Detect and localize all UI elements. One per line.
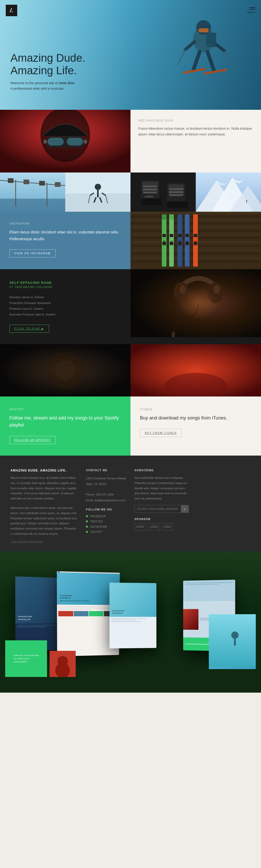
svg-rect-112: [209, 614, 256, 666]
streaming-section: SPOTIFY Follow me, stream and add my son…: [0, 397, 261, 456]
social-spotify-label: SPOTIFY: [90, 530, 102, 533]
svg-rect-87: [162, 242, 166, 245]
about-section: SED FAUCIBUS QUIS Fusce bibendum luctus …: [0, 110, 261, 173]
svg-rect-2: [198, 28, 209, 32]
svg-rect-75: [162, 214, 166, 220]
svg-point-100: [214, 285, 220, 294]
footer-email: Email: bob@webpresence.com: [86, 497, 126, 503]
svg-rect-78: [169, 214, 174, 220]
skier-image: [162, 13, 245, 102]
menu-button[interactable]: MENU: [248, 7, 256, 13]
footer-brand-text2: Maecenas quis condimentum ligula, sed pl…: [10, 505, 78, 536]
music-secondary: [0, 344, 261, 397]
footer-contact-title: CONTACT ME: [86, 469, 126, 472]
svg-rect-60: [130, 212, 261, 214]
svg-line-8: [208, 52, 214, 70]
photo-grid: voodoo: [0, 173, 261, 212]
play-button[interactable]: CLICK TO PLAY ▶: [9, 324, 49, 333]
hero-section: /. MENU Amazing Dude.Amazing Life. Welco…: [0, 0, 261, 110]
svg-rect-93: [185, 242, 189, 245]
svg-rect-45: [143, 192, 157, 193]
social-facebook-label: FACEBOOK: [90, 515, 106, 518]
email-submit-button[interactable]: ›: [181, 505, 188, 513]
music-image-right: [130, 344, 261, 397]
svg-rect-42: [141, 199, 162, 205]
footer-subscribe: SUBSCRIBE Duis sollicitudin facilisis du…: [135, 469, 189, 544]
svg-rect-101: [172, 332, 175, 337]
email-input[interactable]: [135, 505, 181, 513]
svg-point-102: [178, 287, 219, 319]
main-nav: /. MENU: [0, 0, 261, 21]
itunes-button[interactable]: BUY FROM ITUNES: [140, 429, 182, 437]
svg-rect-26: [0, 199, 65, 212]
hero-subtitle: Welcome to the personal site of John Doe…: [10, 81, 85, 91]
svg-rect-16: [47, 138, 64, 146]
mockup-container: Amazing Dude.Amazing Life. Amazing Dude.…: [5, 567, 256, 677]
video-image: [130, 269, 261, 337]
instagram-button[interactable]: VIEW ON INSTAGRAM: [9, 249, 55, 257]
itunes-block: ITUNES Buy and download my songs from iT…: [130, 397, 261, 456]
footer-subscribe-title: SUBSCRIBE: [135, 469, 189, 472]
mockup-section: Amazing Dude.Amazing Life. Amazing Dude.…: [0, 552, 261, 693]
social-twitter-label: TWITTER: [90, 520, 103, 523]
svg-line-7: [193, 52, 200, 70]
about-image: [0, 110, 130, 173]
svg-rect-90: [178, 234, 182, 237]
svg-line-3: [185, 42, 194, 50]
sponsor-title: SPONSOR: [135, 518, 189, 521]
menu-label: MENU: [248, 11, 256, 13]
social-dot-icon: [86, 520, 88, 523]
svg-rect-49: [169, 188, 183, 190]
footer-follow-title: FOLLOW ME ON: [86, 508, 126, 511]
about-body: Fusce bibendum luctus massa, ut tincidun…: [138, 126, 253, 137]
instagram-section: INSTAGRAM Etiam lacus dolor, tincidunt v…: [0, 212, 261, 269]
itunes-text: Buy and download my songs from iTunes.: [140, 414, 252, 422]
sponsor-logo-3: LOGO: [161, 523, 173, 531]
svg-rect-86: [162, 234, 166, 237]
mockup-blue-accent: [209, 617, 256, 669]
music-image-left: [0, 344, 130, 397]
site-logo[interactable]: /.: [6, 5, 17, 16]
svg-rect-50: [169, 191, 183, 193]
svg-point-1: [196, 20, 211, 35]
social-twitter: TWITTER: [86, 520, 126, 523]
footer-subscribe-text: Duis sollicitudin facilisis dui et aliqu…: [135, 475, 189, 501]
svg-rect-43: [143, 186, 157, 187]
spotify-block: SPOTIFY Follow me, stream and add my son…: [0, 397, 130, 456]
svg-rect-25: [55, 182, 61, 187]
menu-line: [250, 9, 255, 9]
about-text: SED FAUCIBUS QUIS Fusce bibendum luctus …: [130, 110, 261, 173]
footer-brand: AMAZING DUDE. AMAZING LIFE. Mauris ornar…: [10, 469, 78, 544]
svg-line-5: [178, 50, 185, 65]
photo-ski-lift: [0, 173, 65, 212]
svg-rect-23: [24, 180, 29, 184]
svg-text:voodoo: voodoo: [145, 195, 153, 198]
svg-rect-94: [194, 234, 197, 237]
menu-line: [250, 7, 255, 8]
footer-phone: Phone: 505-375-1904: [86, 492, 126, 497]
photo-mountain: [196, 173, 261, 212]
email-form[interactable]: ›: [135, 505, 189, 513]
photo-ski-boots: voodoo: [130, 173, 196, 212]
mockup-red-accent: [49, 651, 76, 677]
svg-rect-89: [170, 242, 173, 245]
mockup-green-accent: Follow me, stream and addmy songs to you…: [5, 640, 47, 677]
instagram-content: INSTAGRAM Etiam lacus dolor, tincidunt v…: [0, 212, 130, 269]
footer: AMAZING DUDE. AMAZING LIFE. Mauris ornar…: [0, 456, 261, 552]
photo-lone-skier: [65, 173, 130, 212]
svg-rect-11: [206, 33, 216, 47]
instagram-image: [130, 212, 261, 269]
svg-point-113: [231, 631, 238, 639]
spotify-button[interactable]: FOLLOW ON SPOTIFY: [9, 436, 56, 444]
svg-rect-24: [39, 181, 45, 186]
social-dot-icon: [86, 526, 88, 528]
svg-rect-92: [185, 234, 189, 237]
svg-point-31: [95, 184, 101, 190]
social-dot-icon: [86, 515, 88, 517]
social-facebook: FACEBOOK: [86, 515, 126, 518]
svg-point-106: [55, 360, 76, 381]
sponsor-logo-2: LOGO: [148, 523, 159, 531]
social-instagram: INSTAGRAM: [86, 525, 126, 528]
video-content: SELF-EFFACING RAGE FT. FASCINATING COLLI…: [0, 269, 130, 344]
hero-content: Amazing Dude.Amazing Life. Welcome to th…: [10, 52, 85, 91]
